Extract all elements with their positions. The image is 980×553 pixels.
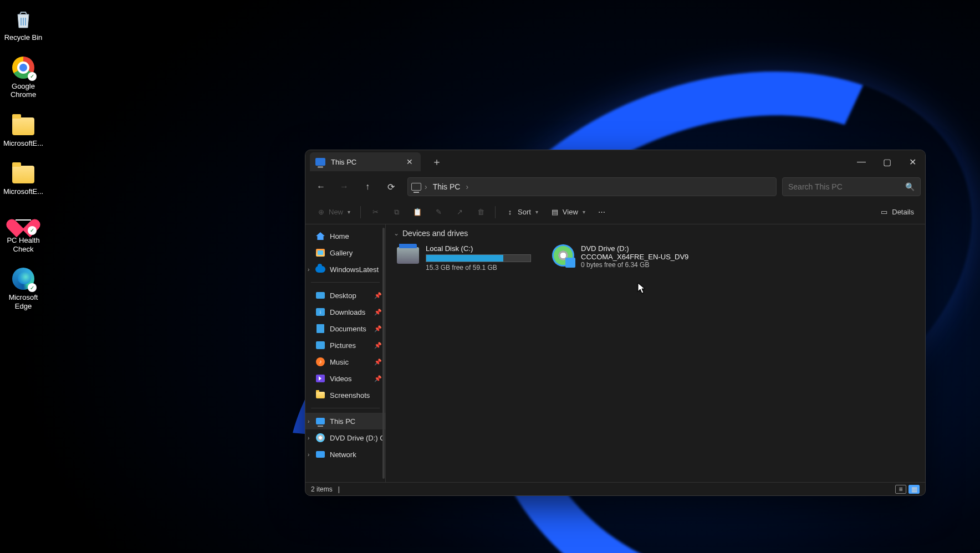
expand-icon[interactable]: › bbox=[308, 418, 309, 424]
desktop-icons: Recycle Bin ✓ Google Chrome MicrosoftE..… bbox=[0, 4, 53, 321]
drive-dvd-d[interactable]: DVD Drive (D:) CCCOMA_X64FRE_EN-US_DV9 0… bbox=[549, 242, 687, 274]
tab-title: This PC bbox=[331, 158, 356, 166]
desktop-icon-microsoft-folder-1[interactable]: MicrosoftE... bbox=[0, 110, 47, 150]
rename-button[interactable]: ✎ bbox=[428, 204, 448, 220]
drive-subtitle: 0 bytes free of 6.34 GB bbox=[581, 261, 685, 269]
sidebar-item-music[interactable]: ♪Music📌 bbox=[305, 354, 385, 370]
desktop-icon-microsoft-folder-2[interactable]: MicrosoftE... bbox=[0, 158, 47, 198]
network-icon bbox=[315, 449, 325, 459]
minimize-button[interactable]: — bbox=[849, 150, 874, 173]
pin-icon[interactable]: 📌 bbox=[374, 342, 382, 349]
back-button[interactable]: ← bbox=[310, 177, 332, 197]
sidebar-label: Home bbox=[330, 232, 349, 240]
desktop-icon-google-chrome[interactable]: ✓ Google Chrome bbox=[0, 53, 47, 101]
breadcrumb-this-pc[interactable]: This PC bbox=[431, 181, 463, 192]
sidebar-label: Music bbox=[330, 358, 349, 366]
sidebar-item-windowslatest[interactable]: ›WindowsLatest bbox=[305, 261, 385, 278]
desktop-icon-pc-health-check[interactable]: ✓ PC Health Check bbox=[0, 207, 47, 255]
this-pc-icon bbox=[315, 416, 325, 426]
shortcut-badge-icon: ✓ bbox=[28, 226, 37, 235]
pin-icon[interactable]: 📌 bbox=[374, 325, 382, 332]
group-title: Devices and drives bbox=[402, 229, 468, 238]
sidebar-label: Pictures bbox=[330, 341, 356, 350]
maximize-button[interactable]: ▢ bbox=[874, 150, 900, 173]
sidebar-item-gallery[interactable]: Gallery bbox=[305, 244, 385, 261]
drive-local-disk-c[interactable]: Local Disk (C:) 15.3 GB free of 59.1 GB bbox=[394, 242, 532, 274]
close-button[interactable]: ✕ bbox=[900, 150, 925, 173]
sidebar-scrollbar[interactable] bbox=[382, 228, 385, 479]
tab-this-pc[interactable]: This PC ✕ bbox=[310, 152, 421, 171]
sidebar-item-documents[interactable]: Documents📌 bbox=[305, 320, 385, 337]
sort-label: Sort bbox=[518, 208, 531, 216]
address-bar[interactable]: › This PC › bbox=[407, 177, 777, 196]
sidebar-label: Downloads bbox=[330, 308, 365, 316]
drive-usage-bar bbox=[426, 254, 531, 262]
search-input[interactable] bbox=[788, 182, 901, 191]
up-button[interactable]: ↑ bbox=[356, 177, 379, 197]
pin-icon[interactable]: 📌 bbox=[374, 309, 382, 316]
details-view-button[interactable]: ≡ bbox=[895, 485, 906, 494]
chrome-icon: ✓ bbox=[11, 55, 35, 80]
copy-button[interactable]: ⧉ bbox=[386, 204, 406, 220]
chevron-down-icon: ▾ bbox=[348, 209, 350, 215]
details-pane-button[interactable]: ▭ Details bbox=[874, 204, 920, 220]
expand-icon[interactable]: › bbox=[308, 452, 309, 458]
delete-button[interactable]: 🗑 bbox=[471, 204, 491, 220]
search-icon: 🔍 bbox=[905, 182, 915, 191]
sidebar-separator bbox=[311, 282, 380, 283]
new-button[interactable]: ⊕ New ▾ bbox=[311, 204, 356, 220]
toolbar: ⊕ New ▾ ✂ ⧉ 📋 ✎ ↗ 🗑 ↕ Sort ▾ ▤ View ▾ ⋯ … bbox=[305, 200, 925, 224]
rename-icon: ✎ bbox=[434, 208, 443, 217]
copy-icon: ⧉ bbox=[392, 208, 401, 217]
pin-icon[interactable]: 📌 bbox=[374, 359, 382, 366]
search-box[interactable]: 🔍 bbox=[782, 177, 921, 196]
sidebar-item-screenshots[interactable]: Screenshots bbox=[305, 387, 385, 403]
sidebar-item-pictures[interactable]: Pictures📌 bbox=[305, 337, 385, 354]
forward-button[interactable]: → bbox=[333, 177, 355, 197]
sidebar-item-videos[interactable]: Videos📌 bbox=[305, 370, 385, 387]
sidebar-item-network[interactable]: ›Network bbox=[305, 446, 385, 463]
expand-icon[interactable]: › bbox=[308, 435, 309, 441]
pin-icon[interactable]: 📌 bbox=[374, 292, 382, 299]
sidebar-item-home[interactable]: Home bbox=[305, 228, 385, 244]
desktop-icon-recycle-bin[interactable]: Recycle Bin bbox=[0, 4, 47, 44]
trash-icon: 🗑 bbox=[476, 208, 485, 217]
refresh-button[interactable]: ⟳ bbox=[380, 177, 402, 197]
view-button[interactable]: ▤ View ▾ bbox=[545, 204, 591, 220]
sidebar-item-dvd-drive[interactable]: ›DVD Drive (D:) C bbox=[305, 429, 385, 446]
toolbar-separator bbox=[360, 206, 361, 218]
status-bar: 2 items | ≡ ▦ bbox=[305, 482, 925, 495]
pin-icon[interactable]: 📌 bbox=[374, 375, 382, 382]
desktop-icon-microsoft-edge[interactable]: ✓ Microsoft Edge bbox=[0, 264, 47, 313]
explorer-body: Home Gallery ›WindowsLatest Desktop📌 Dow… bbox=[305, 224, 925, 482]
drive-volume-label: CCCOMA_X64FRE_EN-US_DV9 bbox=[581, 253, 685, 261]
titlebar[interactable]: This PC ✕ ＋ — ▢ ✕ bbox=[305, 150, 925, 173]
sidebar-item-desktop[interactable]: Desktop📌 bbox=[305, 287, 385, 304]
expand-icon[interactable]: › bbox=[308, 267, 309, 273]
status-separator: | bbox=[338, 485, 340, 493]
sidebar-item-downloads[interactable]: Downloads📌 bbox=[305, 304, 385, 320]
sidebar-item-this-pc[interactable]: ›This PC bbox=[305, 413, 385, 429]
drives-list: Local Disk (C:) 15.3 GB free of 59.1 GB … bbox=[394, 242, 917, 274]
drive-title: DVD Drive (D:) bbox=[581, 244, 685, 253]
folder-icon bbox=[11, 112, 35, 137]
desktop-icon-label: PC Health Check bbox=[2, 236, 45, 253]
sidebar-separator bbox=[311, 408, 380, 408]
content-pane[interactable]: ⌄ Devices and drives Local Disk (C:) 15.… bbox=[386, 224, 925, 482]
new-tab-button[interactable]: ＋ bbox=[427, 153, 446, 171]
sort-button[interactable]: ↕ Sort ▾ bbox=[500, 204, 544, 220]
edge-icon: ✓ bbox=[11, 267, 35, 291]
share-button[interactable]: ↗ bbox=[450, 204, 469, 220]
folder-icon bbox=[11, 161, 35, 185]
shortcut-badge-icon: ✓ bbox=[28, 72, 37, 81]
cut-button[interactable]: ✂ bbox=[365, 204, 385, 220]
sidebar-label: Documents bbox=[330, 325, 366, 333]
paste-button[interactable]: 📋 bbox=[407, 204, 427, 220]
chevron-down-icon: ▾ bbox=[583, 209, 585, 215]
group-header-devices-and-drives[interactable]: ⌄ Devices and drives bbox=[394, 229, 917, 238]
tab-close-button[interactable]: ✕ bbox=[404, 155, 415, 168]
view-mode-buttons: ≡ ▦ bbox=[895, 485, 920, 494]
more-button[interactable]: ⋯ bbox=[592, 204, 612, 220]
tiles-view-button[interactable]: ▦ bbox=[908, 485, 920, 494]
toolbar-separator bbox=[495, 206, 496, 218]
